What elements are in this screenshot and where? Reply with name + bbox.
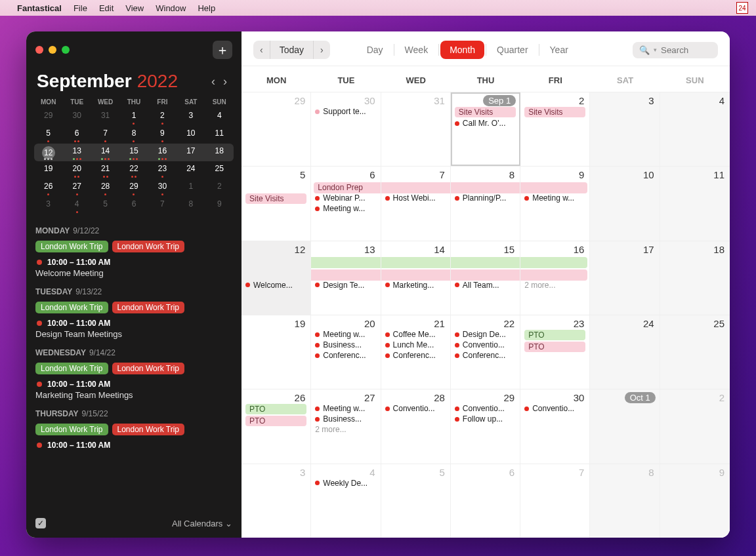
day-cell[interactable]: 8Planning/P... bbox=[451, 167, 520, 240]
day-cell[interactable]: 30Conventio... bbox=[520, 389, 590, 463]
agenda-trip-pill[interactable]: London Work Trip bbox=[112, 302, 185, 313]
calendar-event[interactable]: Planning/P... bbox=[455, 193, 516, 203]
view-day[interactable]: Day bbox=[358, 41, 392, 59]
menu-edit[interactable]: Edit bbox=[99, 3, 114, 13]
minimize-icon[interactable] bbox=[49, 46, 56, 54]
menu-help[interactable]: Help bbox=[198, 3, 215, 13]
mini-day[interactable]: 9 bbox=[205, 197, 234, 214]
agenda-trip-pill[interactable]: London Work Trip bbox=[35, 363, 108, 374]
day-cell[interactable]: 20Meeting w...Business...Conferenc... bbox=[311, 315, 381, 389]
mini-day[interactable]: 12 bbox=[34, 144, 62, 161]
calendar-event[interactable]: Business... bbox=[315, 340, 376, 349]
menu-view[interactable]: View bbox=[125, 3, 144, 13]
calendar-event[interactable]: Follow up... bbox=[455, 414, 516, 424]
day-cell[interactable]: 162 more... bbox=[520, 241, 590, 315]
mini-day[interactable]: 17 bbox=[177, 144, 205, 161]
agenda-trip-pill[interactable]: London Work Trip bbox=[35, 424, 108, 435]
day-cell[interactable]: 24 bbox=[590, 315, 660, 389]
all-day-event[interactable]: PTO bbox=[524, 330, 585, 340]
agenda-event[interactable]: 10:00 – 11:00 AM bbox=[35, 317, 232, 329]
mini-day[interactable]: 5 bbox=[34, 126, 62, 144]
all-day-event[interactable]: PTO bbox=[524, 342, 585, 352]
more-events-link[interactable]: 2 more... bbox=[524, 281, 585, 290]
mini-day[interactable]: 7 bbox=[91, 126, 119, 144]
day-cell[interactable]: 5 bbox=[381, 464, 451, 538]
search-field[interactable]: 🔍 ▾ bbox=[633, 42, 718, 58]
day-cell[interactable]: 3 bbox=[242, 464, 311, 538]
agenda-event[interactable]: 10:00 – 11:00 AM bbox=[35, 378, 232, 390]
agenda-trip-pill[interactable]: London Work Trip bbox=[35, 241, 108, 252]
app-menu[interactable]: Fantastical bbox=[17, 3, 62, 13]
agenda-trip-pill[interactable]: London Work Trip bbox=[112, 363, 185, 374]
mini-day[interactable]: 5 bbox=[91, 197, 119, 214]
day-cell[interactable]: 5Site Visits bbox=[242, 167, 311, 240]
mini-day[interactable]: 24 bbox=[177, 161, 205, 179]
day-cell[interactable]: 18 bbox=[660, 241, 730, 315]
all-day-event[interactable]: Site Visits bbox=[245, 193, 306, 204]
mini-day[interactable]: 15 bbox=[119, 144, 148, 161]
next-month-button[interactable]: › bbox=[219, 75, 231, 89]
agenda-trip-pill[interactable]: London Work Trip bbox=[112, 424, 185, 435]
day-cell[interactable]: 25 bbox=[660, 315, 730, 389]
day-cell[interactable]: 19 bbox=[242, 315, 311, 389]
day-cell[interactable]: 7 bbox=[520, 464, 590, 538]
mini-day[interactable]: 29 bbox=[119, 179, 148, 197]
calendar-event[interactable]: Conferenc... bbox=[315, 351, 376, 360]
calendar-event[interactable]: Meeting w... bbox=[315, 330, 376, 339]
view-month[interactable]: Month bbox=[440, 41, 484, 59]
mini-day[interactable]: 23 bbox=[148, 161, 177, 179]
calendar-event[interactable]: Conventio... bbox=[524, 404, 585, 413]
view-quarter[interactable]: Quarter bbox=[488, 41, 537, 59]
all-day-event[interactable]: Site Visits bbox=[455, 107, 516, 117]
calendar-event[interactable]: Meeting w... bbox=[524, 193, 585, 203]
day-cell[interactable]: 8 bbox=[590, 464, 660, 538]
day-cell[interactable]: 27Meeting w...Business...2 more... bbox=[311, 389, 381, 463]
mini-day[interactable]: 25 bbox=[205, 161, 234, 179]
calendars-toggle-icon[interactable]: ✓ bbox=[35, 518, 46, 528]
all-day-event[interactable]: Site Visits bbox=[524, 107, 585, 117]
next-button[interactable]: › bbox=[314, 41, 330, 59]
mini-day[interactable]: 14 bbox=[91, 144, 119, 161]
all-day-event[interactable]: PTO bbox=[245, 404, 306, 414]
mini-day[interactable]: 28 bbox=[91, 179, 119, 197]
day-cell[interactable]: 28Conventio... bbox=[381, 389, 451, 463]
calendar-event[interactable]: Marketing... bbox=[385, 281, 446, 290]
calendar-event[interactable]: Conventio... bbox=[385, 404, 446, 413]
calendar-event[interactable]: Call Mr. O'... bbox=[455, 119, 516, 128]
agenda-event[interactable]: 10:00 – 11:00 AM bbox=[35, 439, 232, 451]
day-cell[interactable]: Sep 1Site VisitsCall Mr. O'... bbox=[451, 92, 520, 166]
mini-day[interactable]: 21 bbox=[91, 161, 119, 179]
agenda-event[interactable]: 10:00 – 11:00 AM bbox=[35, 256, 232, 268]
mini-day[interactable]: 1 bbox=[177, 179, 205, 197]
day-cell[interactable]: 9Meeting w... bbox=[520, 167, 590, 240]
mini-day[interactable]: 16 bbox=[148, 144, 177, 161]
mini-day[interactable]: 9 bbox=[148, 126, 177, 144]
mini-day[interactable]: 8 bbox=[177, 197, 205, 214]
mini-day[interactable]: 13 bbox=[62, 144, 91, 161]
menu-file[interactable]: File bbox=[74, 3, 87, 13]
calendar-event[interactable]: Conferenc... bbox=[385, 351, 446, 360]
calendar-event[interactable]: Conventio... bbox=[455, 340, 516, 349]
search-input[interactable] bbox=[661, 45, 720, 55]
day-cell[interactable]: 15All Team... bbox=[451, 241, 520, 315]
day-cell[interactable]: 10 bbox=[590, 167, 660, 240]
calendar-event[interactable]: Welcome... bbox=[245, 281, 306, 290]
mini-day[interactable]: 2 bbox=[205, 179, 234, 197]
mini-day[interactable]: 6 bbox=[119, 197, 148, 214]
day-cell[interactable]: 31 bbox=[381, 92, 451, 166]
calendar-event[interactable]: Conferenc... bbox=[455, 351, 516, 360]
close-icon[interactable] bbox=[35, 46, 43, 54]
day-cell[interactable]: 12Welcome... bbox=[242, 241, 311, 315]
menu-window[interactable]: Window bbox=[156, 3, 186, 13]
day-cell[interactable]: 7Host Webi... bbox=[381, 167, 451, 240]
mini-day[interactable]: 8 bbox=[119, 126, 148, 144]
calendar-event[interactable]: Design De... bbox=[455, 330, 516, 339]
mini-day[interactable]: 26 bbox=[34, 179, 62, 197]
prev-button[interactable]: ‹ bbox=[253, 41, 270, 59]
day-cell[interactable]: 17 bbox=[590, 241, 660, 315]
menubar-calendar-icon[interactable]: 24 bbox=[736, 2, 748, 14]
add-event-button[interactable]: ＋ bbox=[213, 41, 232, 59]
day-cell[interactable]: 11 bbox=[660, 167, 730, 240]
mini-day[interactable]: 18 bbox=[205, 144, 234, 161]
agenda-trip-pill[interactable]: London Work Trip bbox=[35, 302, 108, 313]
